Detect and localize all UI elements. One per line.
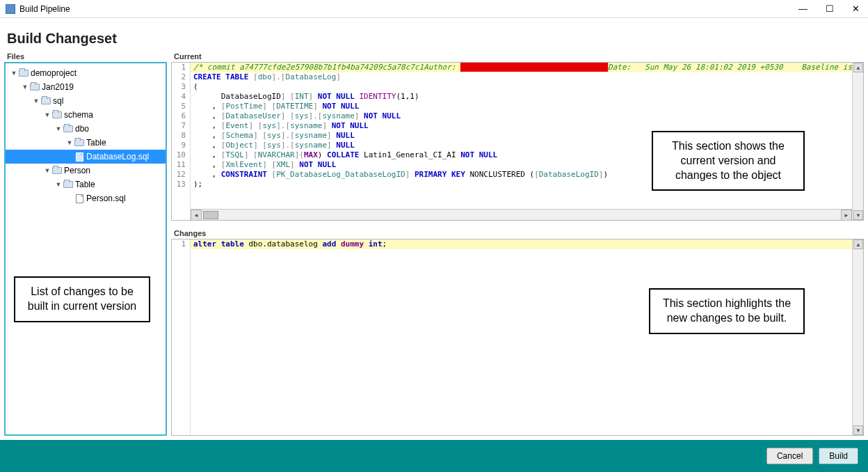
scroll-thumb[interactable] [203, 211, 218, 219]
line-number: 3 [172, 82, 190, 92]
line-number: 11 [172, 160, 190, 170]
folder-icon [40, 96, 51, 106]
code-line: , [DatabaseUser] [sys].[sysname] NOT NUL… [191, 111, 852, 121]
close-button[interactable]: ✕ [849, 3, 862, 14]
code-line: /* commit a74777cfde2e57908b7b1fb4ba7420… [191, 63, 852, 72]
tree-label: sql [53, 96, 63, 106]
current-label: Current [171, 52, 864, 62]
tree-twisty[interactable]: ▼ [32, 97, 40, 104]
changes-label: Changes [171, 229, 864, 239]
annotation-current: This section shows the current version a… [652, 131, 805, 191]
folder-icon [29, 82, 40, 92]
tree-label: Jan2019 [42, 82, 74, 92]
code-line: ( [191, 82, 852, 92]
file-icon [74, 194, 85, 203]
scroll-right-button[interactable]: ► [841, 210, 852, 221]
tree-label: Person.sql [86, 194, 126, 203]
folder-dbo[interactable]: ▼dbo [6, 122, 166, 136]
line-number: 10 [172, 150, 190, 160]
code-line: DatabaseLogID] [INT] NOT NULL IDENTITY(1… [191, 92, 852, 102]
folder-icon [63, 180, 74, 189]
tree-twisty[interactable]: ▼ [10, 70, 18, 77]
footer: Cancel Build [0, 440, 868, 472]
line-number: 7 [172, 121, 190, 131]
maximize-button[interactable]: ☐ [823, 3, 837, 14]
tree-twisty[interactable]: ▼ [43, 167, 51, 174]
code-line: , [Event] [sys].[sysname] NOT NULL [191, 121, 852, 131]
current-code[interactable]: 12345678910111213 /* commit a74777cfde2e… [171, 62, 864, 221]
annotation-changes: This section highlights the new changes … [649, 288, 805, 334]
folder-table[interactable]: ▼Table [6, 136, 166, 150]
build-button[interactable]: Build [819, 448, 858, 464]
line-number: 1 [172, 239, 190, 249]
tree-twisty[interactable]: ▼ [54, 181, 63, 188]
tree-label: Table [75, 180, 95, 189]
line-number: 1 [172, 63, 190, 72]
tree-label: demoproject [31, 68, 77, 78]
code-line: CREATE TABLE [dbo].[DatabaseLog] [191, 72, 852, 82]
code-line: , [PostTime] [DATETIME] NOT NULL [191, 102, 852, 111]
folder-jan2019[interactable]: ▼Jan2019 [6, 80, 166, 94]
files-label: Files [4, 52, 167, 62]
line-number: 12 [172, 170, 190, 180]
file-icon [74, 152, 85, 162]
file-person.sql[interactable]: Person.sql [6, 191, 166, 205]
annotation-files: List of changes to be built in current v… [14, 276, 150, 322]
tree-twisty[interactable]: ▼ [65, 139, 74, 146]
tree-twisty[interactable]: ▼ [21, 84, 29, 91]
scroll-up-button[interactable]: ▲ [853, 63, 863, 72]
cancel-button[interactable]: Cancel [766, 448, 813, 464]
header: Build Changeset [0, 18, 868, 52]
line-number: 8 [172, 131, 190, 141]
minimize-button[interactable]: — [796, 3, 810, 14]
vscrollbar[interactable]: ▲ ▼ [852, 239, 863, 435]
changes-code[interactable]: 1 alter table dbo.databaselog add dummy … [171, 239, 864, 436]
folder-icon [51, 166, 63, 175]
folder-icon [74, 138, 85, 148]
hscrollbar[interactable]: ◄ ► [191, 209, 852, 220]
folder-icon [51, 110, 63, 120]
tree-twisty[interactable]: ▼ [43, 111, 51, 118]
tree-label: DatabaseLog.sql [86, 152, 149, 162]
folder-table[interactable]: ▼Table [6, 178, 166, 191]
code-line: alter table dbo.databaselog add dummy in… [191, 239, 852, 249]
tree-label: Table [86, 138, 106, 148]
files-tree: ▼demoproject▼Jan2019▼sql▼schema▼dbo▼Tabl… [4, 62, 167, 436]
scroll-down-button[interactable]: ▼ [853, 210, 863, 220]
tree-label: schema [64, 110, 93, 120]
file-databaselog.sql[interactable]: DatabaseLog.sql [6, 150, 166, 164]
folder-demoproject[interactable]: ▼demoproject [6, 66, 166, 80]
line-number: 2 [172, 72, 190, 82]
scroll-up-button[interactable]: ▲ [853, 239, 863, 249]
vscrollbar[interactable]: ▲ ▼ [852, 63, 863, 220]
folder-schema[interactable]: ▼schema [6, 108, 166, 122]
folder-sql[interactable]: ▼sql [6, 94, 166, 108]
page-title: Build Changeset [7, 31, 861, 47]
window-title: Build Pipeline [19, 4, 796, 14]
line-number: 13 [172, 180, 190, 189]
scroll-left-button[interactable]: ◄ [191, 210, 202, 221]
line-number: 5 [172, 102, 190, 111]
tree-label: dbo [75, 124, 89, 134]
folder-icon [18, 68, 29, 78]
line-number: 9 [172, 141, 190, 150]
folder-person[interactable]: ▼Person [6, 164, 166, 178]
tree-twisty[interactable]: ▼ [54, 125, 63, 132]
titlebar: Build Pipeline — ☐ ✕ [0, 0, 868, 18]
tree-label: Person [64, 166, 90, 175]
line-number: 4 [172, 92, 190, 102]
folder-icon [63, 124, 74, 134]
line-number: 6 [172, 111, 190, 121]
scroll-down-button[interactable]: ▼ [853, 425, 863, 435]
app-icon [6, 4, 15, 14]
